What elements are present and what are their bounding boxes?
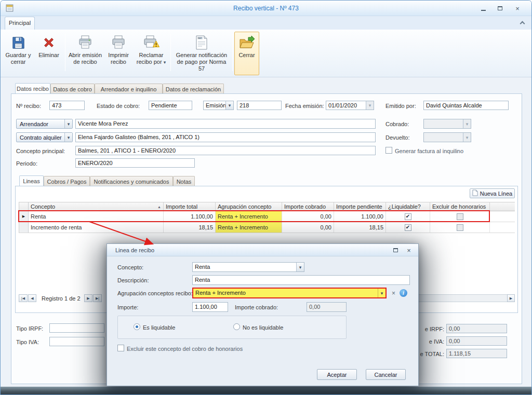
arrendador-field[interactable]: Vicente Mora Perez (75, 119, 376, 129)
dialog-title-bar[interactable]: Linea de recibo × (107, 244, 418, 256)
cell-importe-total[interactable]: 1.100,00 (164, 211, 216, 222)
ribbon-tab-principal[interactable]: Principal (5, 17, 35, 30)
maximize-button[interactable] (493, 4, 507, 12)
arrendador-value: Vicente Mora Perez (78, 120, 128, 127)
cell-importe-pendiente[interactable]: 1.100,00 (334, 211, 386, 222)
estado-cobro-field[interactable]: Pendiente (149, 101, 192, 110)
contrato-selector-button[interactable]: Contrato alquiler▾ (16, 132, 73, 142)
grid-column-liquidable[interactable]: ¿Liquidable? (386, 202, 430, 211)
norma57-button[interactable]: NST Generar notificación de pago por Nor… (172, 32, 231, 75)
excluir-checkbox[interactable] (457, 224, 463, 231)
tipo-irpf-label: Tipo IRPF: (16, 325, 43, 332)
arrendador-selector-button[interactable]: Arrendador▾ (16, 119, 73, 129)
tab-cobros-pagos[interactable]: Cobros / Pagos (44, 176, 90, 186)
tab-notas[interactable]: Notas (173, 176, 195, 186)
num-recibo-field[interactable]: 473 (49, 101, 85, 110)
generar-factura-checkbox[interactable] (385, 147, 392, 154)
emitido-por-value: David Quintas Alcalde (426, 102, 482, 108)
agrupacion-clear-button[interactable]: × (390, 289, 397, 297)
devuelto-field[interactable]: ▾ (423, 132, 471, 142)
column-label: Excluir de honorarios (432, 203, 486, 210)
info-icon[interactable]: i (400, 289, 407, 297)
claim-receipt-label: Reclamar recibo por ▾ (134, 52, 168, 66)
nueva-linea-button[interactable]: Nueva Línea (470, 188, 515, 198)
tab-label: Notas (177, 179, 192, 185)
cell-importe-cobrado[interactable]: 0,00 (282, 222, 334, 233)
row-indicator (19, 222, 29, 233)
dialog-maximize-button[interactable] (390, 246, 401, 254)
table-row[interactable]: Incremento de renta 18,15 Renta + Increm… (19, 222, 515, 233)
grid-column-excluir[interactable]: Excluir de honorarios (430, 202, 490, 211)
tab-notificaciones[interactable]: Notificaciones y comunicados (90, 176, 173, 186)
nav-next-button[interactable]: ▶ (84, 294, 92, 302)
nav-prev-button[interactable]: ◀ (28, 294, 36, 302)
cell-importe-pendiente[interactable]: 18,15 (334, 222, 386, 233)
agrupacion-field[interactable]: Renta + Incremento▾ (192, 288, 387, 298)
cell-concepto[interactable]: Incremento de renta (29, 222, 164, 233)
cancelar-button[interactable]: Cancelar (366, 369, 406, 380)
chevron-down-icon[interactable]: ▾ (366, 101, 374, 110)
scroll-right-button[interactable]: ▶ (507, 294, 515, 302)
dialog-close-button[interactable]: × (404, 246, 414, 254)
tipo-irpf-field[interactable] (49, 323, 104, 333)
claim-receipt-button[interactable]: Reclamar recibo por ▾ (134, 32, 169, 75)
cell-agrupacion[interactable]: Renta + Incremento (216, 211, 282, 222)
nav-last-button[interactable]: ▶| (93, 294, 102, 302)
aceptar-button[interactable]: Aceptar (317, 369, 357, 380)
chevron-down-icon[interactable]: ▾ (378, 289, 385, 297)
nav-first-button[interactable]: |◀ (19, 294, 28, 302)
periodo-field[interactable]: ENERO/2020 (75, 158, 195, 168)
tipo-iva-field[interactable] (49, 337, 104, 346)
importe-irpf-field[interactable]: 0,00 (446, 324, 507, 333)
close-button[interactable]: × (511, 4, 524, 12)
liquidable-checkbox[interactable]: ✔ (405, 213, 411, 220)
grid-column-concepto[interactable]: Concepto▲ (29, 202, 164, 211)
tab-datos-reclamacion[interactable]: Datos de reclamación (163, 84, 224, 93)
importe-field[interactable]: 1.100,00 (192, 302, 228, 312)
tab-datos-recibo[interactable]: Datos recibo (15, 83, 50, 93)
importe-iva-field[interactable]: 0,00 (446, 336, 507, 346)
cancelar-label: Cancelar (374, 372, 397, 378)
fecha-emision-field[interactable]: 01/01/2020▾ (326, 101, 374, 110)
title-bar[interactable]: Recibo vertical - Nº 473 × (1, 1, 531, 16)
emision-num-value: 218 (240, 102, 249, 108)
contrato-selector-label: Contrato alquiler (20, 134, 62, 141)
contrato-field[interactable]: Elena Fajardo Galisteo (Balmes, 201 , AT… (75, 132, 376, 142)
tab-datos-de-cobro[interactable]: Datos de cobro (50, 84, 95, 93)
cobrado-field[interactable]: ▾ (423, 119, 471, 129)
save-close-button[interactable]: Guardar y cerrar (4, 32, 33, 75)
delete-button[interactable]: Eliminar (35, 32, 63, 75)
chevron-down-icon[interactable]: ▾ (296, 263, 304, 271)
tab-arrendador-inquilino[interactable]: Arrendador e inquilino (95, 84, 163, 93)
minimize-icon (481, 10, 486, 11)
emision-combo[interactable]: Emisión▾ (203, 101, 234, 110)
print-receipt-button[interactable]: Imprimir recibo (104, 32, 132, 75)
concepto-principal-field[interactable]: Balmes, 201 , ATICO 1 - ENERO/2020 (75, 146, 376, 155)
grid-column-importe-cobrado[interactable]: Importe cobrado (282, 202, 334, 211)
close-window-button[interactable]: Cerrar (234, 32, 259, 75)
descripcion-field[interactable]: Renta (192, 275, 410, 285)
liquidable-checkbox[interactable]: ✔ (405, 224, 411, 231)
importe-total-field[interactable]: 1.118,15 (446, 349, 507, 358)
grid-column-importe-pendiente[interactable]: Importe pendiente (334, 202, 386, 211)
emision-num-field[interactable]: 218 (237, 101, 282, 110)
minimize-button[interactable] (476, 4, 490, 12)
grid-column-agrupacion[interactable]: Agrupación concepto (216, 202, 282, 211)
concepto-combo[interactable]: Renta▾ (192, 262, 304, 272)
cell-importe-cobrado[interactable]: 0,00 (282, 211, 334, 222)
emitido-por-field[interactable]: David Quintas Alcalde (423, 101, 509, 110)
chevron-down-icon[interactable]: ▾ (225, 101, 233, 110)
importe-cobrado-field[interactable]: 0,00 (307, 302, 347, 312)
table-row[interactable]: ▶ Renta 1.100,00 Renta + Incremento 0,00… (19, 211, 515, 222)
es-liquidable-radio[interactable] (134, 323, 140, 330)
excluir-honorarios-checkbox[interactable] (117, 345, 124, 351)
excluir-checkbox[interactable] (457, 213, 463, 220)
open-receipt-button[interactable]: Abrir emisión de recibo (67, 32, 103, 75)
tab-lineas[interactable]: Lineas (19, 175, 44, 186)
dropdown-glyph: ▾ (466, 121, 469, 127)
cell-agrupacion[interactable]: Renta + Incremento (216, 222, 282, 233)
no-es-liquidable-radio[interactable] (233, 323, 240, 330)
grid-column-importe-total[interactable]: Importe total (164, 202, 216, 211)
cell-importe-total[interactable]: 18,15 (164, 222, 216, 233)
cell-concepto[interactable]: Renta (29, 211, 164, 222)
